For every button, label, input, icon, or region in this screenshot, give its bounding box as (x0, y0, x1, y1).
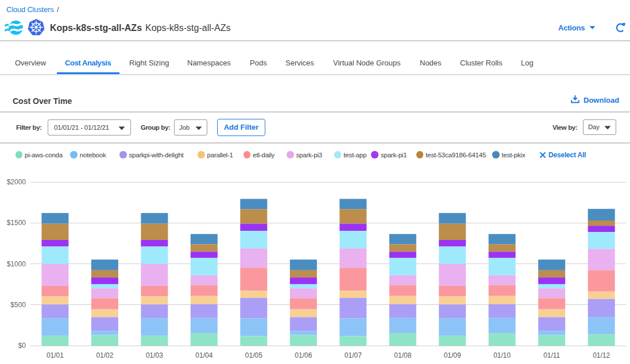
svg-text:01/05: 01/05 (245, 351, 262, 359)
svg-text:$0: $0 (18, 342, 26, 350)
svg-text:01/06: 01/06 (295, 351, 312, 359)
svg-text:01/02: 01/02 (96, 351, 113, 359)
svg-text:01/10: 01/10 (493, 351, 511, 359)
svg-text:01/03: 01/03 (146, 351, 163, 359)
svg-text:01/11: 01/11 (543, 351, 560, 359)
svg-text:$1500: $1500 (7, 219, 26, 227)
svg-text:01/08: 01/08 (394, 351, 411, 359)
svg-text:01/12: 01/12 (593, 351, 610, 359)
svg-text:01/04: 01/04 (195, 351, 212, 359)
svg-text:$500: $500 (10, 301, 26, 309)
svg-text:$2000: $2000 (7, 178, 26, 186)
svg-text:01/07: 01/07 (345, 351, 362, 359)
svg-text:01/01: 01/01 (47, 351, 64, 359)
svg-text:01/09: 01/09 (444, 351, 461, 359)
svg-text:$1000: $1000 (7, 260, 26, 268)
